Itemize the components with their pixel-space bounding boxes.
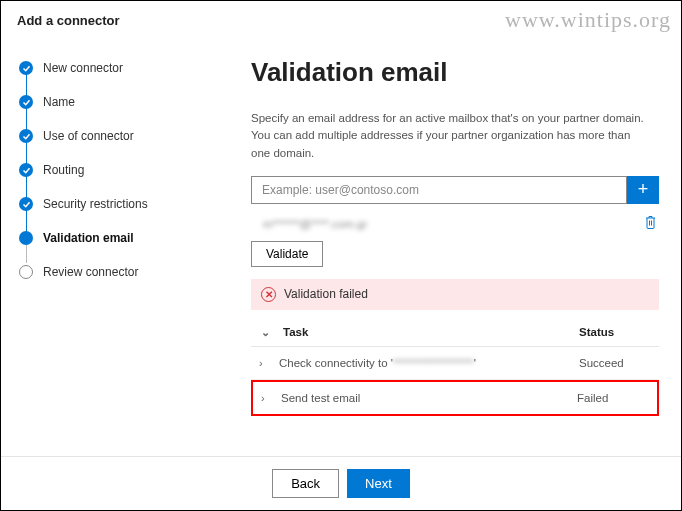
step-routing[interactable]: Routing bbox=[19, 153, 191, 187]
column-status: Status bbox=[579, 326, 649, 338]
trash-icon bbox=[644, 215, 657, 229]
task-status: Failed bbox=[577, 392, 647, 404]
back-button[interactable]: Back bbox=[272, 469, 339, 498]
page-title: Validation email bbox=[251, 57, 659, 88]
step-validation-email[interactable]: Validation email bbox=[19, 221, 191, 255]
future-step-icon bbox=[19, 265, 33, 279]
add-email-button[interactable]: + bbox=[627, 176, 659, 204]
task-name: Send test email bbox=[281, 392, 577, 404]
task-table-header: ⌄ Task Status bbox=[251, 316, 659, 347]
chevron-down-icon[interactable]: ⌄ bbox=[261, 326, 270, 339]
step-use-of-connector[interactable]: Use of connector bbox=[19, 119, 191, 153]
step-name[interactable]: Name bbox=[19, 85, 191, 119]
validation-failed-banner: ✕ Validation failed bbox=[251, 279, 659, 310]
step-label: Routing bbox=[43, 163, 84, 177]
check-icon bbox=[19, 129, 33, 143]
check-icon bbox=[19, 197, 33, 211]
added-email-text: m******@****.com.gr bbox=[253, 218, 367, 230]
task-status: Succeed bbox=[579, 357, 649, 369]
task-row-connectivity[interactable]: › Check connectivity to '***************… bbox=[251, 347, 659, 380]
email-input[interactable] bbox=[251, 176, 627, 204]
delete-email-button[interactable] bbox=[644, 215, 657, 233]
check-icon bbox=[19, 61, 33, 75]
step-label: Review connector bbox=[43, 265, 138, 279]
chevron-right-icon: › bbox=[259, 357, 279, 369]
error-icon: ✕ bbox=[261, 287, 276, 302]
added-email-row: m******@****.com.gr bbox=[251, 212, 659, 241]
next-button[interactable]: Next bbox=[347, 469, 410, 498]
step-review-connector[interactable]: Review connector bbox=[19, 255, 191, 289]
step-label: Name bbox=[43, 95, 75, 109]
step-label: Use of connector bbox=[43, 129, 134, 143]
check-icon bbox=[19, 95, 33, 109]
wizard-panel: Add a connector New connector Name Use o… bbox=[1, 1, 681, 455]
task-name: Check connectivity to '*****************… bbox=[279, 357, 579, 369]
current-step-icon bbox=[19, 231, 33, 245]
step-label: Security restrictions bbox=[43, 197, 148, 211]
main-content: Validation email Specify an email addres… bbox=[191, 39, 681, 455]
wizard-footer: Back Next bbox=[1, 456, 681, 510]
wizard-sidebar: New connector Name Use of connector Rout… bbox=[1, 39, 191, 455]
step-label: Validation email bbox=[43, 231, 134, 245]
plus-icon: + bbox=[638, 179, 649, 200]
validate-button[interactable]: Validate bbox=[251, 241, 323, 267]
check-icon bbox=[19, 163, 33, 177]
panel-title: Add a connector bbox=[1, 1, 681, 38]
email-input-row: + bbox=[251, 176, 659, 204]
task-row-send-test-email[interactable]: › Send test email Failed bbox=[251, 380, 659, 416]
validation-failed-text: Validation failed bbox=[284, 287, 368, 301]
page-description: Specify an email address for an active m… bbox=[251, 110, 651, 162]
column-task: Task bbox=[283, 326, 579, 338]
step-security-restrictions[interactable]: Security restrictions bbox=[19, 187, 191, 221]
step-label: New connector bbox=[43, 61, 123, 75]
chevron-right-icon: › bbox=[261, 392, 281, 404]
step-new-connector[interactable]: New connector bbox=[19, 51, 191, 85]
panel-body: New connector Name Use of connector Rout… bbox=[1, 39, 681, 455]
